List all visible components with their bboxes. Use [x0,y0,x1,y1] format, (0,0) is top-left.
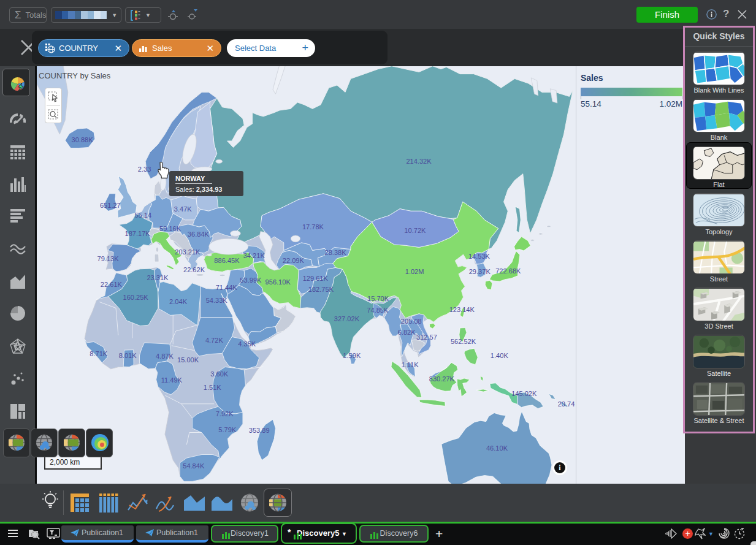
svg-text:79.13K: 79.13K [97,255,120,262]
svg-text:182.75K: 182.75K [308,286,334,293]
svg-text:14.53K: 14.53K [468,253,491,260]
svg-text:28.38K: 28.38K [325,249,347,256]
svg-text:22.09K: 22.09K [283,257,305,264]
svg-text:187.17K: 187.17K [125,230,151,237]
svg-text:34.21K: 34.21K [243,252,265,259]
svg-text:123.14K: 123.14K [449,306,475,313]
svg-text:722.68K: 722.68K [495,267,521,275]
svg-text:20.74: 20.74 [558,400,575,408]
svg-text:6.82K: 6.82K [398,329,416,336]
svg-text:205.08: 205.08 [401,318,422,325]
svg-text:145.02K: 145.02K [511,390,537,397]
svg-text:11.49K: 11.49K [161,376,183,384]
svg-text:312.57: 312.57 [416,333,437,341]
svg-text:54.33K: 54.33K [206,297,228,304]
svg-text:7.92K: 7.92K [216,410,234,417]
svg-text:160.25K: 160.25K [123,294,148,301]
svg-text:3.47K: 3.47K [174,205,193,213]
svg-text:4.87K: 4.87K [156,353,174,360]
svg-text:29.37K: 29.37K [469,268,491,275]
svg-text:10.72K: 10.72K [404,227,426,234]
svg-text:830.27K: 830.27K [429,375,455,383]
svg-text:30.88K: 30.88K [72,136,94,143]
svg-text:5.79K: 5.79K [218,426,237,433]
svg-text:651.27: 651.27 [100,202,121,209]
svg-text:17.78K: 17.78K [302,223,324,231]
svg-text:4.72K: 4.72K [205,337,224,344]
svg-text:129.61K: 129.61K [303,275,329,282]
svg-text:1.59K: 1.59K [343,352,361,359]
svg-text:15.00K: 15.00K [177,356,199,364]
svg-text:1.51K: 1.51K [204,384,222,391]
svg-text:1.11K: 1.11K [401,361,419,368]
svg-text:74.85K: 74.85K [367,307,389,314]
svg-text:46.10K: 46.10K [486,444,508,452]
svg-text:55.14: 55.14 [134,212,151,219]
svg-text:23.31K: 23.31K [147,274,169,281]
svg-text:22.62K: 22.62K [183,266,205,273]
svg-text:71.44K: 71.44K [216,284,238,291]
svg-text:59.16K: 59.16K [159,225,181,232]
svg-text:2.04K: 2.04K [169,298,188,305]
svg-text:2.33: 2.33 [138,166,151,173]
svg-text:1.02M: 1.02M [405,268,424,275]
svg-text:22.61K: 22.61K [101,281,123,288]
svg-text:54.84K: 54.84K [183,462,205,470]
svg-text:15.70K: 15.70K [367,295,389,302]
svg-text:203.21K: 203.21K [175,248,200,256]
svg-text:53.99K: 53.99K [240,276,262,284]
svg-text:8.01K: 8.01K [119,352,137,359]
svg-text:1.40K: 1.40K [491,352,509,359]
svg-text:886.45K: 886.45K [214,257,240,264]
svg-text:562.52K: 562.52K [451,338,476,345]
svg-text:353.89: 353.89 [249,427,270,434]
svg-text:956.10K: 956.10K [265,278,291,286]
svg-text:4.35K: 4.35K [238,340,256,348]
svg-text:8.71K: 8.71K [90,350,108,357]
svg-text:327.02K: 327.02K [334,315,360,322]
svg-text:36.84K: 36.84K [188,231,210,238]
svg-text:214.32K: 214.32K [406,158,432,165]
svg-text:3.60K: 3.60K [210,370,229,378]
